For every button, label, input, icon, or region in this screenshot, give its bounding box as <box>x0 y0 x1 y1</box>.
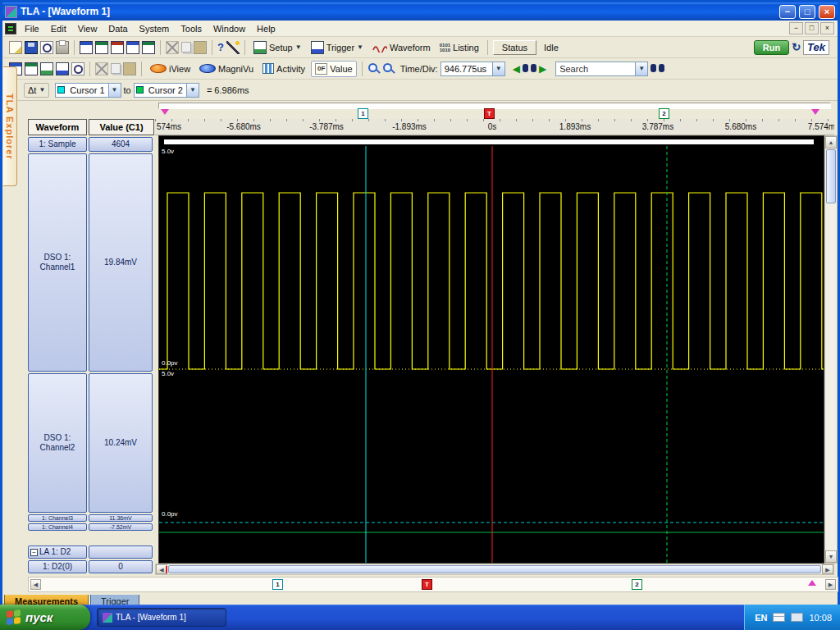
search-combo[interactable]: Search ▼ <box>555 62 648 76</box>
waveform-window-button[interactable]: Waveform <box>369 41 434 54</box>
marker-prev-button[interactable]: ◀ <box>30 579 41 590</box>
overview-range-marker-icon[interactable] <box>808 580 816 586</box>
collapse-icon[interactable]: − <box>30 549 38 556</box>
vertical-scroll-thumb[interactable] <box>826 149 836 203</box>
new-data-window-icon[interactable] <box>80 41 93 54</box>
add-waveform-icon[interactable] <box>25 62 38 75</box>
menu-edit[interactable]: Edit <box>45 22 72 35</box>
row-name[interactable]: 1: D2(0) <box>28 560 87 573</box>
overview-marker-bar[interactable]: ◀ 1 T 2 ▶ <box>28 577 838 592</box>
menu-file[interactable]: File <box>19 22 45 35</box>
maximize-button[interactable]: □ <box>799 5 815 19</box>
timediv-combo[interactable]: 946.775us ▼ <box>441 62 505 76</box>
overview-cursor1-mark[interactable]: 1 <box>272 579 283 590</box>
start-button[interactable]: пуск <box>0 605 90 630</box>
setup-button[interactable]: Setup ▼ <box>250 39 305 56</box>
datasource-icon[interactable] <box>56 62 69 75</box>
mdi-close-button[interactable]: × <box>820 22 834 34</box>
binoculars-icon[interactable] <box>523 64 536 73</box>
cursor1-combo[interactable]: Cursor 1 ▼ <box>55 83 121 98</box>
horizontal-scroll-thumb[interactable] <box>168 565 821 573</box>
horizontal-scrollbar[interactable]: ◀ ▶ <box>155 564 834 575</box>
row-value[interactable]: -7.52mV <box>89 523 153 531</box>
menu-system[interactable]: System <box>134 22 176 35</box>
range-marker-left-icon[interactable] <box>161 109 169 115</box>
iview-button[interactable]: iView <box>147 62 194 75</box>
cursor1-mark-flag[interactable]: 1 <box>358 108 368 119</box>
save-icon[interactable] <box>25 41 38 54</box>
properties-window-icon[interactable] <box>142 41 155 54</box>
menu-help[interactable]: Help <box>251 22 281 35</box>
magnivu-button[interactable]: MagniVu <box>196 62 257 75</box>
goto-icon[interactable] <box>40 62 53 75</box>
vertical-scrollbar[interactable]: ▲ ▼ <box>824 135 838 564</box>
row-value[interactable]: 10.24mV <box>89 373 153 513</box>
search-binoculars-icon[interactable] <box>651 64 664 73</box>
minimize-button[interactable]: − <box>779 5 796 19</box>
trigger-button[interactable]: Trigger ▼ <box>308 39 367 56</box>
ruler-track[interactable] <box>158 103 831 109</box>
row-value[interactable]: 0 <box>89 560 153 573</box>
value-column-header[interactable]: Value (C1) <box>89 119 154 135</box>
search-back-icon[interactable]: ◀ <box>513 64 520 74</box>
chevron-down-icon[interactable]: ▼ <box>108 84 121 97</box>
activity-button[interactable]: Activity <box>259 62 308 75</box>
waveform-display[interactable]: 5.0v 0.0pv 5.0v 0.0pv <box>158 135 824 564</box>
open-window-icon[interactable] <box>95 41 108 54</box>
waveform-canvas[interactable] <box>159 136 824 563</box>
language-indicator[interactable]: EN <box>755 613 767 623</box>
row-value[interactable]: 11.36mV <box>89 514 153 522</box>
print-icon[interactable] <box>56 41 69 54</box>
cursor2-mark-flag[interactable]: 2 <box>659 108 669 119</box>
scroll-down-button[interactable]: ▼ <box>825 550 837 563</box>
row-name[interactable]: DSO 1: Channel1 <box>28 153 87 372</box>
trigger-mark-flag[interactable]: T <box>484 108 495 119</box>
lock-windows-icon[interactable] <box>126 41 139 54</box>
copy-icon[interactable] <box>111 63 121 74</box>
paste-icon[interactable] <box>194 41 207 54</box>
value-readout-button[interactable]: 0F Value <box>311 61 357 77</box>
chevron-down-icon[interactable]: ▼ <box>492 62 504 75</box>
mdi-restore-button[interactable]: □ <box>805 22 819 34</box>
tray-status-icon[interactable] <box>791 613 803 622</box>
repeat-run-icon[interactable]: ↻ <box>792 41 801 54</box>
cut-icon[interactable] <box>166 41 179 54</box>
menu-window[interactable]: Window <box>208 22 251 35</box>
range-marker-right-icon[interactable] <box>811 109 819 115</box>
duplicate-window-icon[interactable] <box>111 41 124 54</box>
help-icon[interactable]: ? <box>217 41 224 54</box>
row-value[interactable] <box>89 546 153 559</box>
row-name[interactable]: DSO 1: Channel2 <box>28 373 87 513</box>
print-preview-icon[interactable] <box>40 41 53 54</box>
data-overview-bar[interactable] <box>164 139 814 144</box>
tla-explorer-tab[interactable]: TLA Explorer <box>3 66 17 186</box>
status-button[interactable]: Status <box>493 40 536 55</box>
cut-icon[interactable] <box>95 62 108 75</box>
scroll-right-button[interactable]: ▶ <box>822 564 833 574</box>
overview-trigger-mark[interactable]: T <box>422 579 432 590</box>
copy-icon[interactable] <box>181 42 191 52</box>
zoom-out-icon[interactable] <box>368 62 380 75</box>
close-button[interactable]: × <box>819 5 835 19</box>
search-forward-icon[interactable]: ▶ <box>539 64 546 74</box>
taskbar-task-tla[interactable]: TLA - [Waveform 1] <box>97 608 226 627</box>
menu-view[interactable]: View <box>72 22 103 35</box>
delta-time-button[interactable]: Δt ▼ <box>24 83 49 98</box>
chevron-down-icon[interactable]: ▼ <box>186 84 199 97</box>
run-button[interactable]: Run <box>754 40 789 55</box>
timeline-ruler[interactable]: 1 T 2 <box>155 101 834 119</box>
properties-icon[interactable] <box>71 62 84 75</box>
new-document-icon[interactable] <box>9 41 22 54</box>
row-name[interactable]: 1: Sample <box>28 137 87 152</box>
waveform-column-header[interactable]: Waveform <box>28 119 87 135</box>
chevron-down-icon[interactable]: ▼ <box>635 62 647 75</box>
zoom-in-icon[interactable] <box>382 62 395 75</box>
menu-data[interactable]: Data <box>103 22 133 35</box>
wizard-icon[interactable] <box>226 41 240 54</box>
cursor2-combo[interactable]: Cursor 2 ▼ <box>134 83 199 98</box>
row-name[interactable]: 1: Channel4 <box>28 523 87 531</box>
keyboard-layout-icon[interactable] <box>773 613 785 622</box>
mdi-minimize-button[interactable]: − <box>789 22 803 34</box>
paste-icon[interactable] <box>123 62 136 75</box>
row-name[interactable]: 1: Channel3 <box>28 514 87 522</box>
